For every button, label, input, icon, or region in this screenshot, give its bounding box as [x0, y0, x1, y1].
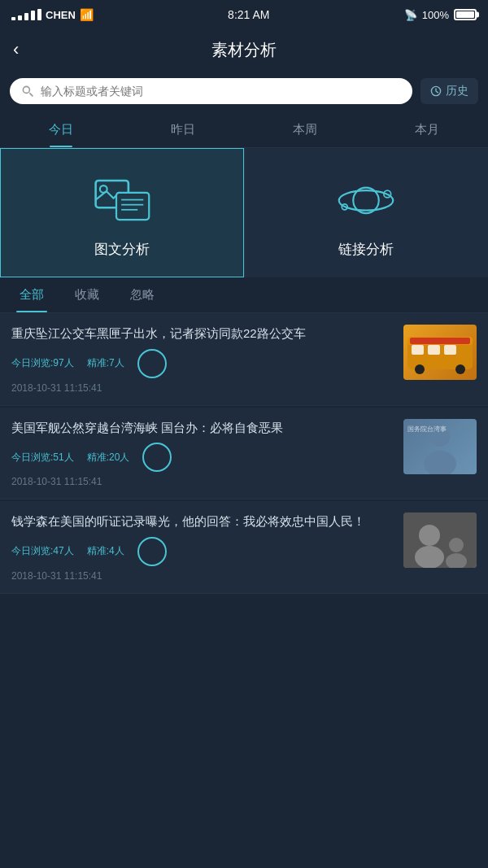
status-bar: CHEN 📶 8:21 AM 📡 100% — [0, 0, 488, 29]
svg-rect-5 — [116, 193, 149, 220]
card-link-analysis[interactable]: 链接分析 — [245, 148, 489, 277]
svg-rect-16 — [428, 345, 440, 355]
article-item[interactable]: 钱学森在美国的听证记录曝光，他的回答：我必将效忠中国人民！ 今日浏览:47人 精… — [0, 501, 488, 594]
svg-point-19 — [455, 364, 465, 374]
link-icon-wrap — [338, 172, 394, 229]
tab-week[interactable]: 本周 — [244, 112, 366, 147]
article-circle-btn[interactable] — [137, 537, 167, 566]
tab-month[interactable]: 本月 — [366, 112, 488, 147]
status-left: CHEN 📶 — [11, 8, 94, 21]
card-link-label: 链接分析 — [338, 240, 394, 259]
article-views: 今日浏览:51人 — [11, 451, 74, 465]
page-title: 素材分析 — [211, 39, 277, 61]
tab-yesterday[interactable]: 昨日 — [122, 112, 244, 147]
analysis-cards-grid: 图文分析 链接分析 — [0, 148, 488, 277]
image-text-icon — [94, 176, 150, 225]
article-content: 钱学森在美国的听证记录曝光，他的回答：我必将效忠中国人民！ 今日浏览:47人 精… — [11, 513, 394, 582]
sub-tab-all[interactable]: 全部 — [16, 277, 47, 312]
svg-point-26 — [419, 525, 440, 546]
svg-point-18 — [415, 364, 425, 374]
signal-icon — [11, 9, 41, 20]
article-precise: 精准:7人 — [87, 356, 124, 370]
search-area: 历史 — [0, 70, 488, 112]
tab-today[interactable]: 今日 — [0, 112, 122, 147]
article-content: 重庆坠江公交车黑匣子出水，记者探访同款22路公交车 今日浏览:97人 精准:7人… — [11, 325, 394, 394]
search-icon — [21, 85, 34, 98]
battery-icon — [454, 9, 477, 20]
article-circle-btn[interactable] — [142, 443, 172, 472]
status-right: 📡 100% — [404, 9, 477, 21]
article-date: 2018-10-31 11:15:41 — [11, 382, 394, 394]
battery-percent: 100% — [422, 9, 449, 21]
clock-icon — [430, 85, 442, 97]
header: ‹ 素材分析 — [0, 29, 488, 70]
article-views: 今日浏览:47人 — [11, 544, 74, 558]
article-image — [403, 325, 477, 380]
article-content: 美国军舰公然穿越台湾海峡 国台办：必将自食恶果 今日浏览:51人 精准:20人 … — [11, 419, 394, 488]
svg-point-0 — [23, 86, 29, 93]
article-precise: 精准:20人 — [87, 451, 130, 465]
article-title: 美国军舰公然穿越台湾海峡 国台办：必将自食恶果 — [11, 419, 394, 438]
svg-point-27 — [415, 546, 444, 568]
article-title: 钱学森在美国的听证记录曝光，他的回答：我必将效忠中国人民！ — [11, 513, 394, 531]
svg-rect-20 — [410, 338, 470, 344]
sub-tab-ignore[interactable]: 忽略 — [127, 277, 158, 312]
article-image: 国务院台湾事 — [403, 419, 477, 474]
svg-point-28 — [449, 538, 464, 552]
article-item[interactable]: 美国军舰公然穿越台湾海峡 国台办：必将自食恶果 今日浏览:51人 精准:20人 … — [0, 408, 488, 500]
status-time: 8:21 AM — [228, 8, 269, 21]
svg-rect-15 — [412, 345, 424, 355]
carrier-label: CHEN — [46, 9, 76, 21]
article-meta: 今日浏览:51人 精准:20人 — [11, 443, 394, 472]
svg-line-1 — [29, 93, 33, 96]
article-precise: 精准:4人 — [87, 544, 124, 558]
tabs-row: 今日 昨日 本周 本月 — [0, 112, 488, 148]
card-image-text-label: 图文分析 — [94, 240, 150, 259]
link-icon — [338, 176, 394, 225]
svg-rect-17 — [444, 345, 456, 355]
article-date: 2018-10-31 11:15:41 — [11, 476, 394, 487]
sub-tab-favorite[interactable]: 收藏 — [72, 277, 102, 312]
bluetooth-icon: 📡 — [404, 9, 417, 21]
article-circle-btn[interactable] — [137, 349, 167, 378]
image-text-icon-wrap — [94, 172, 150, 229]
history-label: 历史 — [446, 84, 468, 98]
article-list: 重庆坠江公交车黑匣子出水，记者探访同款22路公交车 今日浏览:97人 精准:7人… — [0, 313, 488, 594]
article-title: 重庆坠江公交车黑匣子出水，记者探访同款22路公交车 — [11, 325, 394, 343]
article-meta: 今日浏览:97人 精准:7人 — [11, 349, 394, 378]
article-date: 2018-10-31 11:15:41 — [11, 570, 394, 582]
back-button[interactable]: ‹ — [13, 41, 19, 59]
history-button[interactable]: 历史 — [420, 78, 478, 104]
article-item[interactable]: 重庆坠江公交车黑匣子出水，记者探访同款22路公交车 今日浏览:97人 精准:7人… — [0, 313, 488, 406]
article-meta: 今日浏览:47人 精准:4人 — [11, 537, 394, 566]
search-input[interactable] — [41, 85, 401, 98]
search-input-wrap — [10, 78, 412, 104]
svg-text:国务院台湾事: 国务院台湾事 — [407, 425, 447, 433]
card-image-text-analysis[interactable]: 图文分析 — [0, 148, 244, 277]
article-views: 今日浏览:97人 — [11, 356, 74, 370]
article-image — [403, 513, 477, 568]
sub-tabs: 全部 收藏 忽略 — [0, 277, 488, 313]
wifi-icon: 📶 — [80, 8, 94, 21]
